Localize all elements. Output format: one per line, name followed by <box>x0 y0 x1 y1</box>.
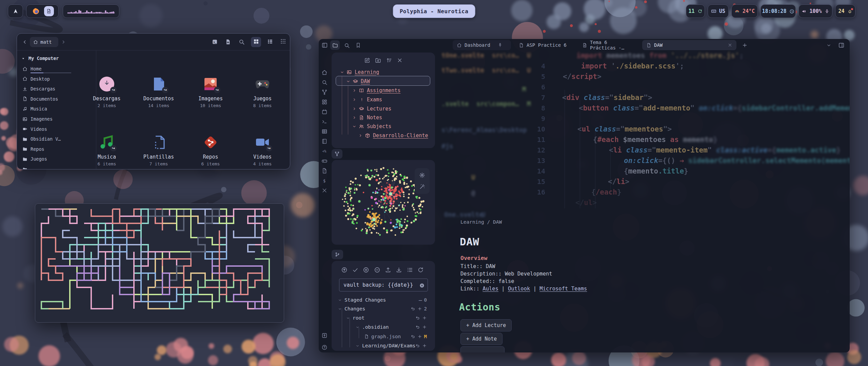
bookmarks-tab-button[interactable] <box>355 42 361 48</box>
open-terminal-button[interactable]: $_ <box>212 38 218 45</box>
discard-icon[interactable] <box>415 325 420 329</box>
breadcrumb[interactable]: matt <box>30 37 58 47</box>
stage-icon[interactable] <box>422 325 427 329</box>
tools-ribbon-icon[interactable] <box>321 187 328 194</box>
back-button[interactable] <box>22 38 28 45</box>
git-changes-row[interactable]: Changes 2 <box>332 305 432 313</box>
discard-icon[interactable] <box>411 334 415 339</box>
folder-descargas[interactable]: ↪ Descargas 2 items <box>84 76 129 108</box>
note-breadcrumb[interactable]: Learning / DAW <box>460 219 502 225</box>
code-ribbon-icon[interactable] <box>321 147 328 154</box>
tree-item-exams[interactable]: Exams <box>332 95 432 104</box>
sidebar-item-videos[interactable]: Videos <box>22 125 77 134</box>
git-push-button[interactable] <box>385 266 391 273</box>
explorer-tab-button[interactable] <box>330 40 340 50</box>
graph-ribbon-icon[interactable] <box>321 88 328 95</box>
tree-item-learning[interactable]: Learning <box>332 67 432 77</box>
pin-icon[interactable] <box>498 43 502 47</box>
folder-repos[interactable]: Repos 6 items <box>188 135 233 166</box>
tab-dashboard[interactable]: Dashboard <box>453 40 511 50</box>
launcher-button[interactable] <box>8 4 23 18</box>
table-ribbon-icon[interactable] <box>321 128 328 135</box>
volume-module[interactable]: 100% <box>798 4 832 18</box>
sidebar-toggle-button[interactable] <box>321 42 328 48</box>
sidebar-item-partial[interactable] <box>22 165 77 169</box>
search-button[interactable] <box>238 38 245 45</box>
book-ribbon-icon[interactable] <box>321 138 328 144</box>
sidebar-item-desktop[interactable]: Desktop <box>22 75 77 83</box>
graph-view-tab-chip[interactable] <box>332 149 342 159</box>
compact-view-button[interactable] <box>280 38 286 46</box>
tree-item-daw[interactable]: DAW <box>332 77 432 86</box>
git-unstage-all-button[interactable] <box>374 266 380 273</box>
clear-message-icon[interactable] <box>419 282 425 288</box>
document-app-button[interactable] <box>44 6 54 16</box>
add-lecture-button[interactable]: + Add Lecture <box>460 319 512 331</box>
tab-daw[interactable]: DAW <box>642 40 736 50</box>
git-learning-daw-exams-row[interactable]: Learning/DAW/Exams <box>332 342 432 350</box>
forward-button[interactable] <box>60 38 66 45</box>
git-obsidian-folder-row[interactable]: .obsidian <box>332 323 432 331</box>
new-note-button[interactable] <box>364 57 370 63</box>
link-outlook[interactable]: Outlook <box>508 286 530 292</box>
grid-view-button[interactable] <box>253 38 259 46</box>
collapse-all-button[interactable] <box>397 57 403 63</box>
gamepad-ribbon-icon[interactable] <box>321 157 328 164</box>
sort-button[interactable] <box>386 57 392 63</box>
git-pull-button[interactable] <box>396 266 402 273</box>
search-tab-button[interactable] <box>344 42 350 48</box>
calendar-ribbon-icon[interactable] <box>321 108 328 115</box>
home-ribbon-icon[interactable] <box>321 69 328 76</box>
firefox-app-button[interactable] <box>31 6 41 16</box>
folder-juegos[interactable]: Juegos 8 items <box>240 76 285 108</box>
sidebar-item-descargas[interactable]: Descargas <box>22 84 77 93</box>
link-aules[interactable]: Aules <box>482 286 498 292</box>
tree-item-lectures[interactable]: Lectures <box>332 104 432 113</box>
tree-item-assignments[interactable]: Assignments <box>332 86 432 95</box>
tree-item-desarrollo-cliente[interactable]: Desarrollo-Cliente <box>332 131 432 140</box>
discard-icon[interactable] <box>411 306 415 311</box>
folder-musica[interactable]: ↪ Musica 6 items <box>84 135 129 166</box>
notifications-module[interactable]: 24 <box>835 4 855 18</box>
git-tab-chip[interactable] <box>332 250 343 259</box>
close-icon[interactable] <box>728 43 732 47</box>
git-changed-files-button[interactable] <box>407 266 413 273</box>
sidebar-item-repos[interactable]: Repos <box>22 145 77 154</box>
stage-icon[interactable] <box>417 334 422 339</box>
tab-list-chevron[interactable] <box>826 42 832 48</box>
folder-documentos[interactable]: ↪ Documentos 14 items <box>136 76 181 108</box>
sidebar-item-obsidian-vault[interactable]: Obsidian V… <box>22 135 77 143</box>
graph-settings-gear-icon[interactable] <box>419 171 425 178</box>
stage-icon[interactable] <box>422 316 427 320</box>
right-sidebar-toggle[interactable] <box>838 42 845 48</box>
now-playing-pill[interactable]: Polyphia - Neurotica <box>393 4 475 18</box>
help-icon[interactable] <box>321 344 328 350</box>
git-root-row[interactable]: root <box>332 314 432 322</box>
discard-icon[interactable] <box>415 343 420 348</box>
discard-icon[interactable] <box>415 316 420 320</box>
git-commit-button[interactable] <box>352 266 358 273</box>
partial-button[interactable] <box>460 346 505 352</box>
sidebar-section-my-computer[interactable]: My Computer <box>21 54 75 63</box>
tree-item-subjects[interactable]: Subjects <box>332 122 432 131</box>
new-folder-button[interactable] <box>375 57 381 63</box>
new-file-button[interactable] <box>225 38 231 45</box>
weather-module[interactable]: 24°C <box>731 4 758 18</box>
git-backup-button[interactable] <box>341 266 348 273</box>
folder-plantillas[interactable]: Plantillas 7 items <box>136 135 181 166</box>
tab-asp-practice-6[interactable]: ASP Practice 6 <box>515 40 575 50</box>
stage-icon[interactable] <box>417 306 422 311</box>
file-question-ribbon-icon[interactable] <box>321 167 328 174</box>
sidebar-item-imagenes[interactable]: Imagenes <box>22 115 77 123</box>
graph-filter-wand-icon[interactable] <box>419 183 425 190</box>
new-tab-button[interactable] <box>742 42 748 48</box>
commit-message-input[interactable] <box>339 279 428 291</box>
git-graph-json-row[interactable]: graph.json M <box>332 332 432 341</box>
git-stage-all-button[interactable] <box>363 266 369 273</box>
sidebar-item-juegos[interactable]: Juegos <box>22 155 77 163</box>
dollar-ribbon-icon[interactable] <box>321 177 328 184</box>
stage-icon[interactable] <box>422 343 427 348</box>
dashboard-ribbon-icon[interactable] <box>321 98 328 105</box>
list-view-button[interactable] <box>267 38 273 46</box>
vault-switcher-icon[interactable] <box>321 332 328 339</box>
